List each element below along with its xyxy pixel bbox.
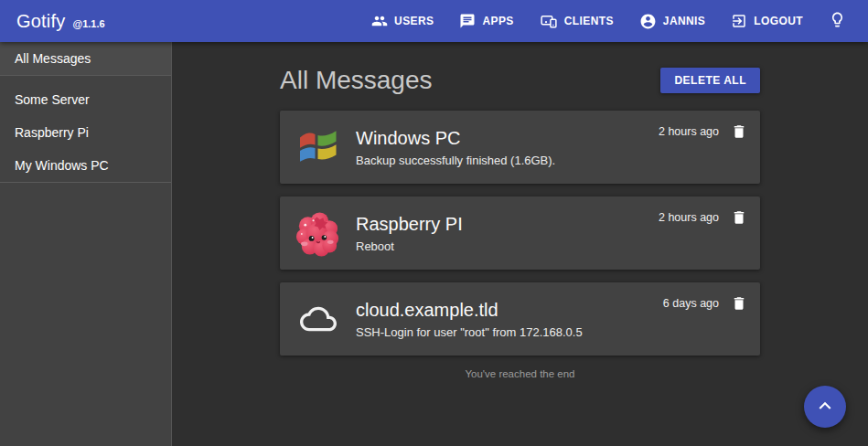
nav-user-account[interactable]: JANNIS [628, 5, 716, 38]
nav-apps[interactable]: APPS [448, 5, 524, 37]
nav-clients[interactable]: CLIENTS [529, 5, 625, 37]
message-card: Windows PC Backup successfully finished … [280, 111, 760, 184]
message-card: Raspberry PI Reboot 2 hours ago [280, 196, 760, 270]
nav-logout-label: LOGOUT [754, 15, 803, 27]
cloud-icon [294, 295, 342, 344]
chevron-up-icon [813, 394, 837, 420]
trash-icon [731, 209, 747, 228]
gotify-app: Gotify @1.1.6 USERS APPS [0, 0, 868, 446]
sidebar-app-list: Some Server Raspberry Pi My Windows PC [0, 76, 171, 183]
main-content: All Messages DELETE ALL Windows [172, 42, 868, 446]
lightbulb-icon [829, 11, 846, 32]
sidebar-item-all-messages[interactable]: All Messages [0, 42, 171, 76]
message-body: Backup successfully finished (1.6GB). [356, 154, 659, 167]
account-icon [639, 13, 657, 30]
trash-icon [731, 295, 747, 314]
top-nav: USERS APPS CLIENTS [357, 3, 855, 40]
brand: Gotify @1.1.6 [16, 11, 105, 32]
windows-logo-icon [294, 123, 342, 172]
users-icon [371, 13, 388, 29]
page-title: All Messages [280, 66, 433, 95]
message-timestamp: 6 days ago [663, 295, 719, 312]
brand-title: Gotify [16, 11, 65, 32]
delete-message-button[interactable] [731, 209, 747, 228]
nav-account-label: JANNIS [663, 15, 705, 27]
apps-icon [459, 13, 476, 29]
message-title: Windows PC [356, 128, 659, 149]
nav-clients-label: CLIENTS [564, 15, 614, 27]
message-card: cloud.example.tld SSH-Login for user "ro… [280, 282, 760, 356]
delete-message-button[interactable] [731, 295, 747, 314]
sidebar-item-label: My Windows PC [15, 158, 109, 173]
brand-version: @1.1.6 [72, 18, 104, 29]
message-body: SSH-Login for user "root" from 172.168.0… [356, 325, 663, 339]
sidebar-item-label: Raspberry Pi [15, 125, 89, 140]
scroll-to-top-button[interactable] [804, 386, 846, 428]
sidebar-item-raspberry-pi[interactable]: Raspberry Pi [0, 116, 171, 149]
clients-icon [540, 13, 558, 29]
nav-users-label: USERS [394, 15, 434, 27]
sidebar-item-some-server[interactable]: Some Server [0, 83, 171, 116]
app-bar: Gotify @1.1.6 USERS APPS [0, 0, 868, 42]
message-title: cloud.example.tld [356, 300, 663, 321]
trash-icon [731, 123, 747, 143]
sidebar-item-label: All Messages [15, 51, 91, 66]
sidebar-item-my-windows-pc[interactable]: My Windows PC [0, 149, 171, 182]
logout-icon [731, 13, 747, 29]
message-body: Reboot [356, 239, 659, 253]
sidebar: All Messages Some Server Raspberry Pi My… [0, 42, 172, 446]
end-of-list-text: You've reached the end [280, 368, 760, 379]
nav-apps-label: APPS [482, 15, 513, 27]
delete-all-button[interactable]: DELETE ALL [660, 68, 760, 93]
message-timestamp: 2 hours ago [659, 209, 719, 226]
sidebar-item-label: Some Server [15, 92, 90, 107]
nav-logout[interactable]: LOGOUT [720, 5, 814, 37]
theme-toggle-button[interactable] [820, 3, 855, 40]
message-title: Raspberry PI [356, 214, 659, 235]
delete-message-button[interactable] [731, 123, 747, 143]
raspberry-icon [294, 209, 342, 258]
message-timestamp: 2 hours ago [659, 123, 719, 140]
nav-users[interactable]: USERS [360, 5, 445, 37]
